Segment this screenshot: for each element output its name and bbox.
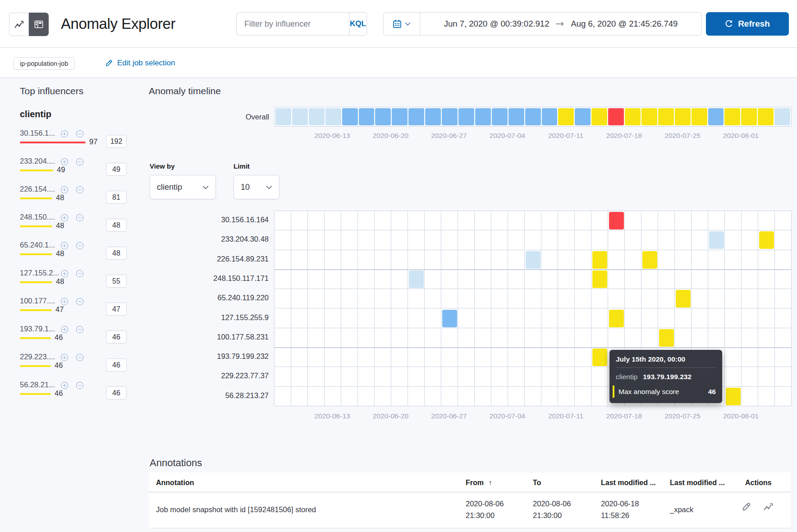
anomaly-cell-minor[interactable] (609, 310, 624, 327)
overall-swimlane-cell-warning[interactable] (359, 108, 375, 125)
overall-swimlane-cell-low[interactable] (309, 108, 325, 125)
overall-swimlane-cell-low[interactable] (325, 108, 341, 125)
filter-out-value-icon[interactable] (76, 158, 84, 166)
filter-by-influencer-input[interactable] (237, 13, 349, 35)
swimlane-cell (558, 328, 575, 348)
overall-swimlane-cell-warning[interactable] (342, 108, 358, 125)
filter-for-value-icon[interactable] (60, 381, 69, 390)
filter-out-value-icon[interactable] (76, 242, 84, 250)
overall-swimlane-cell-warning[interactable] (525, 108, 541, 125)
column-header-actions: Actions (745, 479, 772, 487)
filter-out-value-icon[interactable] (76, 326, 84, 334)
anomaly-cell-minor[interactable] (676, 290, 691, 307)
overall-swimlane-cell-low[interactable] (774, 108, 790, 125)
filter-for-value-icon[interactable] (60, 353, 69, 362)
column-header-from[interactable]: From ↑ (466, 479, 492, 487)
overall-swimlane[interactable] (274, 107, 792, 127)
overall-swimlane-cell-minor[interactable] (591, 108, 607, 125)
anomaly-cell-minor[interactable] (592, 251, 607, 269)
anomaly-cell-warning[interactable] (442, 310, 457, 327)
column-header-last-modified-date[interactable]: Last modified ... (601, 479, 656, 487)
overall-swimlane-cell-minor[interactable] (741, 108, 757, 125)
overall-swimlane-cell-warning[interactable] (458, 108, 474, 125)
overall-swimlane-cell-warning[interactable] (508, 108, 524, 125)
filter-out-value-icon[interactable] (76, 130, 84, 138)
date-range-end[interactable]: Aug 6, 2020 @ 21:45:26.749 (571, 19, 678, 29)
filter-out-value-icon[interactable] (76, 353, 84, 362)
anomaly-cell-minor[interactable] (592, 271, 607, 288)
filter-out-value-icon[interactable] (76, 270, 84, 278)
filter-for-value-icon[interactable] (60, 130, 69, 138)
filter-out-value-icon[interactable] (76, 298, 84, 306)
anomaly-cell-minor[interactable] (726, 388, 741, 405)
overall-swimlane-cell-warning[interactable] (708, 108, 724, 125)
overall-swimlane-cell-warning[interactable] (475, 108, 491, 125)
overall-swimlane-cell-minor[interactable] (625, 108, 641, 125)
anomaly-cell-minor[interactable] (642, 251, 657, 269)
overall-swimlane-cell-minor[interactable] (641, 108, 657, 125)
kql-syntax-button[interactable]: KQL (349, 13, 366, 35)
influencer-value[interactable]: 193.79.1... (20, 325, 55, 333)
influencer-value[interactable]: 229.223.... (20, 353, 55, 361)
overall-swimlane-cell-warning[interactable] (375, 108, 391, 125)
filter-for-value-icon[interactable] (60, 186, 69, 194)
anomaly-cell-low[interactable] (409, 271, 424, 288)
overall-swimlane-cell-minor[interactable] (675, 108, 691, 125)
overall-swimlane-cell-minor[interactable] (758, 108, 774, 125)
filter-for-value-icon[interactable] (60, 214, 69, 222)
influencer-value[interactable]: 56.28.21... (20, 381, 55, 389)
date-picker-quick-menu[interactable] (384, 13, 420, 35)
overall-swimlane-cell-warning[interactable] (542, 108, 558, 125)
influencer-value[interactable]: 100.177.... (20, 297, 55, 305)
influencer-value[interactable]: 30.156.1... (20, 129, 55, 138)
influencer-value[interactable]: 127.155.2... (20, 269, 59, 277)
refresh-button[interactable]: Refresh (706, 12, 789, 36)
swimlane-cell (441, 367, 458, 386)
overall-swimlane-cell-warning[interactable] (575, 108, 591, 125)
overall-swimlane-cell-minor[interactable] (724, 108, 740, 125)
view-by-select[interactable]: clientip (150, 175, 216, 199)
filter-out-value-icon[interactable] (76, 381, 84, 390)
overall-swimlane-cell-warning[interactable] (492, 108, 508, 125)
column-header-to[interactable]: To (533, 479, 541, 487)
swimlane-cell (458, 367, 475, 386)
overall-swimlane-cell-minor[interactable] (658, 108, 674, 125)
overall-swimlane-cell-critical[interactable] (608, 108, 624, 125)
filter-for-value-icon[interactable] (60, 158, 69, 166)
column-header-annotation[interactable]: Annotation (156, 479, 194, 487)
date-range-start[interactable]: Jun 7, 2020 @ 00:39:02.912 (444, 19, 550, 29)
open-in-single-metric-viewer-icon[interactable] (763, 502, 773, 512)
swimlane-cell (775, 270, 792, 289)
overall-swimlane-cell-low[interactable] (292, 108, 308, 125)
column-header-last-modified-by[interactable]: Last modified ... (670, 479, 725, 487)
overall-swimlane-cell-low[interactable] (275, 108, 291, 125)
influencer-value[interactable]: 65.240.1... (20, 241, 55, 249)
filter-for-value-icon[interactable] (60, 242, 69, 250)
edit-job-selection-link[interactable]: Edit job selection (105, 59, 175, 68)
limit-select[interactable]: 10 (234, 175, 279, 199)
anomaly-cell-critical[interactable] (609, 212, 624, 229)
filter-out-value-icon[interactable] (76, 186, 84, 194)
edit-annotation-icon[interactable] (742, 502, 751, 512)
overall-swimlane-cell-minor[interactable] (558, 108, 574, 125)
anomaly-cell-minor[interactable] (659, 329, 674, 347)
filter-for-value-icon[interactable] (60, 270, 69, 278)
influencer-value[interactable]: 248.150.... (20, 213, 55, 221)
influencer-value[interactable]: 233.204.... (20, 157, 55, 165)
anomaly-cell-low[interactable] (709, 231, 724, 249)
anomaly-explorer-button[interactable] (29, 13, 49, 36)
anomaly-cell-low[interactable] (526, 251, 540, 269)
anomaly-cell-minor[interactable] (592, 349, 607, 366)
overall-swimlane-cell-warning[interactable] (425, 108, 441, 125)
overall-swimlane-cell-warning[interactable] (442, 108, 458, 125)
influencer-value[interactable]: 226.154.... (20, 185, 55, 193)
filter-for-value-icon[interactable] (60, 326, 69, 334)
swimlane-cell (608, 270, 625, 289)
filter-for-value-icon[interactable] (60, 298, 69, 306)
anomaly-cell-minor[interactable] (759, 231, 774, 249)
filter-out-value-icon[interactable] (76, 214, 84, 222)
single-metric-viewer-button[interactable] (9, 13, 29, 36)
overall-swimlane-cell-warning[interactable] (392, 108, 408, 125)
overall-swimlane-cell-warning[interactable] (408, 108, 424, 125)
overall-swimlane-cell-minor[interactable] (692, 108, 707, 125)
